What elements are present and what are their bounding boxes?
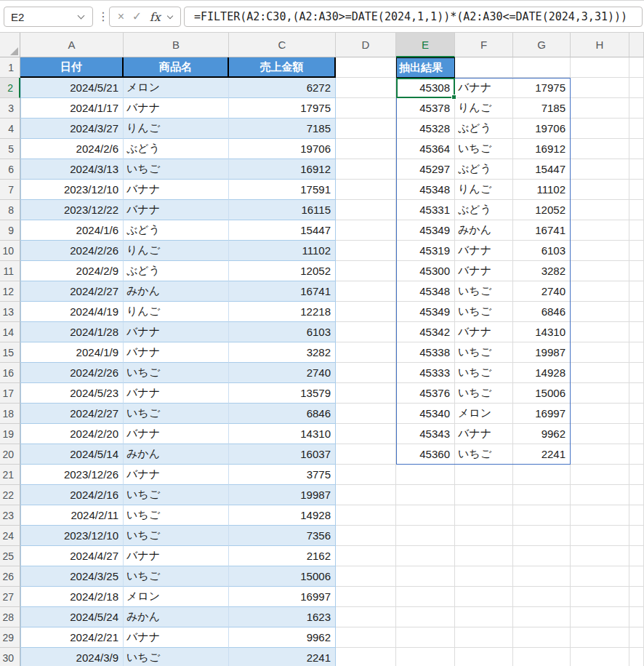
- cell-G19[interactable]: 9962: [513, 424, 571, 444]
- cell-G1[interactable]: [513, 57, 571, 78]
- cell-H4[interactable]: [571, 119, 629, 139]
- cell-C8[interactable]: 16115: [229, 200, 336, 220]
- cell-B18[interactable]: いちご: [124, 404, 229, 424]
- cell-D1[interactable]: [336, 57, 396, 78]
- cell-H12[interactable]: [571, 281, 629, 302]
- cell-G17[interactable]: 15006: [513, 383, 571, 404]
- cell-B22[interactable]: いちご: [124, 485, 229, 505]
- cell-B20[interactable]: みかん: [124, 444, 229, 465]
- cell-D17[interactable]: [336, 383, 396, 404]
- cell-C18[interactable]: 6846: [229, 404, 336, 424]
- cell-F9[interactable]: みかん: [455, 220, 513, 241]
- cell-A27[interactable]: 2024/2/18: [20, 587, 124, 607]
- cell-A6[interactable]: 2024/3/13: [20, 159, 124, 180]
- cell-G26[interactable]: [513, 566, 571, 587]
- column-header-G[interactable]: G: [513, 33, 571, 57]
- cell-B8[interactable]: バナナ: [124, 200, 229, 220]
- cell-I10[interactable]: [629, 241, 644, 261]
- cell-A29[interactable]: 2024/2/21: [20, 627, 124, 648]
- row-header-26[interactable]: 26: [0, 566, 20, 587]
- cell-A4[interactable]: 2024/3/27: [20, 119, 124, 139]
- cell-F30[interactable]: [455, 648, 513, 666]
- cell-G16[interactable]: 14928: [513, 363, 571, 383]
- cell-B9[interactable]: ぶどう: [124, 220, 229, 241]
- cell-E27[interactable]: [396, 587, 455, 607]
- cell-F23[interactable]: [455, 505, 513, 526]
- cell-H2[interactable]: [571, 78, 629, 98]
- cell-I6[interactable]: [629, 159, 644, 180]
- cell-A5[interactable]: 2024/2/6: [20, 139, 124, 159]
- row-header-16[interactable]: 16: [0, 363, 20, 383]
- cell-I18[interactable]: [629, 404, 644, 424]
- cell-I29[interactable]: [629, 627, 644, 648]
- cell-I4[interactable]: [629, 119, 644, 139]
- cell-C14[interactable]: 6103: [229, 322, 336, 342]
- cell-H15[interactable]: [571, 342, 629, 363]
- formula-input[interactable]: =FILTER(A2:C30,(A2:A30>=DATE(2024,1,1))*…: [184, 7, 643, 27]
- cell-H9[interactable]: [571, 220, 629, 241]
- row-header-18[interactable]: 18: [0, 404, 20, 424]
- column-header-F[interactable]: F: [455, 33, 513, 57]
- cell-A20[interactable]: 2024/5/14: [20, 444, 124, 465]
- cell-I20[interactable]: [629, 444, 644, 465]
- cell-C20[interactable]: 16037: [229, 444, 336, 465]
- cell-E10[interactable]: 45319: [396, 241, 455, 261]
- cell-F25[interactable]: [455, 546, 513, 566]
- cell-F7[interactable]: りんご: [455, 180, 513, 200]
- cell-D10[interactable]: [336, 241, 396, 261]
- cell-F22[interactable]: [455, 485, 513, 505]
- cell-D25[interactable]: [336, 546, 396, 566]
- cell-E1[interactable]: 抽出結果: [396, 57, 455, 78]
- cell-I26[interactable]: [629, 566, 644, 587]
- cell-A7[interactable]: 2023/12/10: [20, 180, 124, 200]
- cell-I14[interactable]: [629, 322, 644, 342]
- row-header-1[interactable]: 1: [0, 57, 20, 78]
- cell-C12[interactable]: 16741: [229, 281, 336, 302]
- cell-F27[interactable]: [455, 587, 513, 607]
- cell-G14[interactable]: 14310: [513, 322, 571, 342]
- cell-I24[interactable]: [629, 526, 644, 546]
- cell-D29[interactable]: [336, 627, 396, 648]
- cell-C7[interactable]: 17591: [229, 180, 336, 200]
- column-header-C[interactable]: C: [229, 33, 336, 57]
- cell-B29[interactable]: バナナ: [124, 627, 229, 648]
- cancel-icon[interactable]: ×: [118, 11, 124, 23]
- cell-B4[interactable]: りんご: [124, 119, 229, 139]
- cell-I2[interactable]: [629, 78, 644, 98]
- cell-D2[interactable]: [336, 78, 396, 98]
- cell-C6[interactable]: 16912: [229, 159, 336, 180]
- cell-I7[interactable]: [629, 180, 644, 200]
- cell-I8[interactable]: [629, 200, 644, 220]
- cell-E18[interactable]: 45340: [396, 404, 455, 424]
- cell-B5[interactable]: ぶどう: [124, 139, 229, 159]
- cell-I13[interactable]: [629, 302, 644, 322]
- row-header-24[interactable]: 24: [0, 526, 20, 546]
- cell-I9[interactable]: [629, 220, 644, 241]
- row-header-28[interactable]: 28: [0, 607, 20, 627]
- cell-H5[interactable]: [571, 139, 629, 159]
- cell-E2[interactable]: 45308: [396, 78, 455, 98]
- cell-A10[interactable]: 2024/2/26: [20, 241, 124, 261]
- cell-I21[interactable]: [629, 465, 644, 485]
- cell-G20[interactable]: 2241: [513, 444, 571, 465]
- enter-icon[interactable]: ✓: [132, 11, 142, 23]
- cell-E22[interactable]: [396, 485, 455, 505]
- cell-C22[interactable]: 19987: [229, 485, 336, 505]
- cell-A25[interactable]: 2024/4/27: [20, 546, 124, 566]
- cell-D19[interactable]: [336, 424, 396, 444]
- cell-G13[interactable]: 6846: [513, 302, 571, 322]
- cell-G10[interactable]: 6103: [513, 241, 571, 261]
- cell-B28[interactable]: みかん: [124, 607, 229, 627]
- row-header-19[interactable]: 19: [0, 424, 20, 444]
- row-header-5[interactable]: 5: [0, 139, 20, 159]
- cell-B6[interactable]: いちご: [124, 159, 229, 180]
- cell-A22[interactable]: 2024/2/16: [20, 485, 124, 505]
- row-header-13[interactable]: 13: [0, 302, 20, 322]
- cell-B12[interactable]: みかん: [124, 281, 229, 302]
- cell-A3[interactable]: 2024/1/17: [20, 98, 124, 119]
- cell-C13[interactable]: 12218: [229, 302, 336, 322]
- cell-H26[interactable]: [571, 566, 629, 587]
- cell-C29[interactable]: 9962: [229, 627, 336, 648]
- row-header-20[interactable]: 20: [0, 444, 20, 465]
- cell-G12[interactable]: 2740: [513, 281, 571, 302]
